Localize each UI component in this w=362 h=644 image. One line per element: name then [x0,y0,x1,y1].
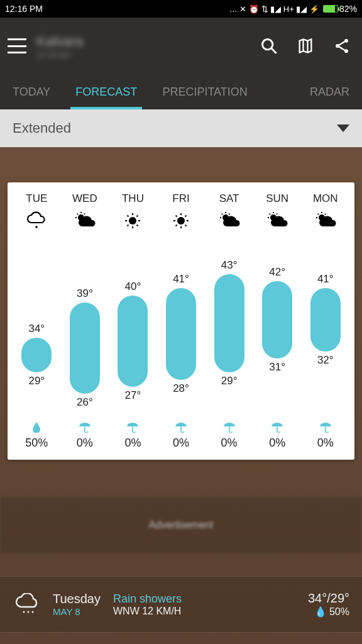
sun-cloud-icon [217,211,242,230]
summary-condition: Rain showers [113,592,295,606]
day-label: FRI [172,192,189,205]
temp-high: 41° [173,273,189,286]
temp-bar [166,288,196,379]
precip-cell: 50% [13,421,61,450]
umbrella-icon [126,421,139,433]
forecast-day[interactable]: FRI [157,192,206,235]
svg-point-54 [23,611,25,613]
temp-bar [118,296,148,387]
temp-high: 43° [221,259,238,272]
forecast-day[interactable]: MON [301,192,349,235]
svg-point-55 [28,611,30,613]
forecast-day[interactable]: TUE [13,192,61,235]
drop-icon [31,421,41,433]
status-time: 12:16 PM [5,4,43,14]
temp-bar [262,281,292,358]
location-name: Kalvara [36,33,250,50]
forecast-day[interactable]: WED [61,192,109,235]
sun-cloud-icon [313,211,338,230]
tab-forecast[interactable]: FORECAST [63,74,150,109]
temp-low: 29° [28,375,45,387]
umbrella-icon [175,421,187,433]
tab-radar[interactable]: RADAR [297,74,362,109]
chevron-down-icon [337,125,349,132]
svg-line-13 [77,214,78,214]
day-label: MON [313,192,338,205]
temp-high: 41° [317,273,334,286]
temp-bar-column: 34°29° [13,239,61,409]
map-icon[interactable] [297,37,314,55]
svg-point-0 [263,40,273,50]
svg-line-32 [185,225,187,226]
temp-bar-column: 41°32° [301,239,349,409]
summary-conditions-block: Rain showers WNW 12 KM/H [113,592,295,617]
search-icon[interactable] [260,37,278,55]
temp-bar [310,288,341,352]
forecast-card: TUEWEDTHUFRISATSUNMON34°29°39°26°40°27°4… [8,182,354,460]
svg-line-47 [325,214,326,214]
status-bar: 12:16 PM … ✕ ⏰ ⇅ ▮◢ H+ ▮◢ ⚡ 82% [0,0,362,18]
precip-cell: 0% [253,421,302,450]
temp-low: 28° [173,382,189,395]
forecast-day[interactable]: THU [109,192,157,235]
summary-wind: WNW 12 KM/H [113,606,295,617]
temp-bar [214,274,244,372]
battery-indicator: 82% [323,4,357,14]
precip-value: 0% [173,436,189,450]
svg-line-29 [176,216,177,217]
forecast-day[interactable]: SUN [253,192,302,235]
svg-line-30 [185,216,187,217]
summary-temps-block: 34°/29° 💧 50% [308,591,349,618]
umbrella-icon [271,421,283,433]
svg-line-1 [272,48,277,53]
temp-bar-column: 42°31° [253,239,302,409]
svg-point-9 [35,226,38,228]
menu-button[interactable] [8,38,26,53]
svg-line-42 [277,214,277,214]
location-block[interactable]: Kalvara 12:16 pm [36,33,250,59]
drop-icon: 💧 [314,606,327,617]
precip-cell: 0% [157,421,206,450]
temp-low: 26° [77,396,93,409]
svg-point-15 [129,217,136,225]
summary-precip: 💧 50% [308,606,349,618]
svg-point-24 [177,217,185,225]
svg-line-14 [84,214,85,214]
summary-temps: 34°/29° [308,591,349,606]
precip-cell: 0% [205,421,253,450]
temp-high: 42° [269,266,285,279]
precip-value: 0% [124,436,141,450]
day-label: THU [122,192,144,205]
precip-cell: 0% [109,421,157,450]
forecast-day[interactable]: SAT [205,192,253,235]
appbar-actions [260,37,354,55]
day-label: SAT [219,192,239,205]
temp-high: 40° [125,280,141,293]
forecast-view-selector[interactable]: Extended [0,109,362,147]
forecast-view-label: Extended [13,120,71,136]
precip-cell: 0% [61,421,109,450]
temp-low: 27° [125,389,141,402]
tab-today[interactable]: TODAY [0,74,63,109]
sun-cloud-icon [72,211,97,230]
umbrella-icon [79,421,91,433]
summary-day: Tuesday [53,592,101,606]
temp-low: 32° [317,354,334,367]
battery-icon [323,5,338,13]
tab-bar: TODAY FORECAST PRECIPITATION RADAR [0,74,362,109]
precip-cell: 0% [301,421,349,450]
tab-precipitation[interactable]: PRECIPITATION [150,74,260,109]
battery-percent: 82% [339,4,357,14]
status-right: … ✕ ⏰ ⇅ ▮◢ H+ ▮◢ ⚡ 82% [229,4,357,14]
share-icon[interactable] [333,37,351,55]
svg-line-21 [137,216,138,217]
temp-bar [21,338,52,373]
svg-line-46 [317,214,318,214]
svg-line-8 [339,47,344,50]
temp-bar-column: 41°28° [157,239,206,409]
temp-bar-column: 43°29° [205,239,253,409]
umbrella-icon [223,421,236,433]
today-summary-bar[interactable]: Tuesday MAY 8 Rain showers WNW 12 KM/H 3… [0,576,362,633]
cloud-hail-icon [24,211,49,230]
advertisement[interactable]: Advertisement [0,497,362,553]
